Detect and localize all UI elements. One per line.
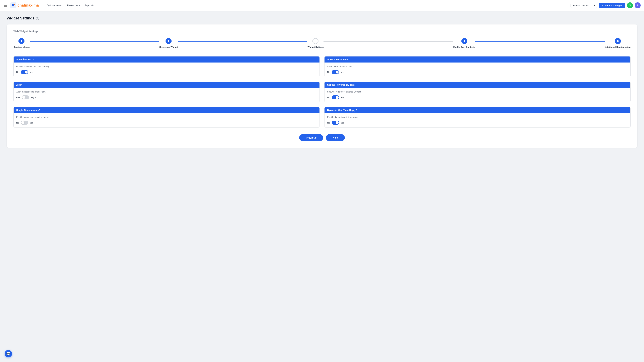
step-connector-4 [475, 41, 605, 41]
settings-grid: Speech to text? Enable speech to text fu… [14, 56, 630, 128]
chat-icon: 💬 [6, 352, 10, 356]
logo-text: chatmaxima [18, 3, 39, 7]
gear-icon: ⚙ [629, 4, 631, 7]
toggle-label-yes-powered: Yes [341, 96, 344, 99]
toggle-dynamic-wait[interactable] [332, 121, 339, 125]
widget-settings-card: Web Widget Settings Configure Logo Style… [7, 24, 637, 148]
setting-desc-single-conversation: Enable single conversation mode. [16, 116, 317, 118]
toggle-label-no-attach: No [327, 71, 330, 73]
toggle-row-powered-by: No Yes [327, 95, 628, 99]
main-content: Widget Settings ? Web Widget Settings Co… [0, 11, 644, 153]
toggle-thumb-speech [25, 70, 28, 73]
submit-changes-button[interactable]: ✓ Submit Changes [599, 3, 625, 8]
toggle-single-conversation[interactable] [21, 121, 28, 125]
toggle-allow-attachment[interactable] [332, 70, 339, 74]
setting-body-allow-attachment: Allow users to attach files. No Yes [324, 62, 630, 77]
setting-header-allow-attachment: Allow attachment? [324, 56, 630, 62]
logo-icon [10, 2, 16, 8]
card-subtitle: Web Widget Settings [14, 30, 630, 33]
actions-row: Previous Next [14, 134, 630, 141]
setting-card-allow-attachment: Allow attachment? Allow users to attach … [324, 56, 630, 77]
nav-item-resources[interactable]: Resources ▾ [65, 3, 82, 8]
toggle-label-no-powered: No [327, 96, 330, 99]
setting-card-dynamic-wait: Dynamic Wait Time Reply? Enable dynamic … [324, 107, 630, 128]
step-widget-options: Widget Options [308, 38, 324, 48]
step-additional-config: Additional Configuration [605, 38, 630, 48]
setting-body-powered-by: Show or hide the 'Powered By' text. No Y… [324, 88, 630, 102]
setting-body-speech-to-text: Enable speech to text functionality. No … [14, 62, 320, 77]
toggle-thumb-align [22, 96, 25, 99]
step-circle-configure-logo [18, 38, 24, 44]
setting-desc-align: Align messages to left or right. [16, 90, 317, 93]
nav-item-quick-access[interactable]: Quick Access ▾ [45, 3, 64, 8]
main-nav: Quick Access ▾ Resources ▾ Support ▾ [45, 3, 96, 8]
step-label-configure-logo: Configure Logo [14, 46, 30, 48]
setting-card-align: Align Align messages to left or right. L… [14, 82, 320, 102]
step-circle-widget-options [312, 38, 318, 44]
toggle-label-yes-attach: Yes [341, 71, 344, 73]
svg-rect-0 [12, 4, 14, 6]
step-connector-1 [30, 41, 160, 41]
step-configure-logo: Configure Logo [14, 38, 30, 48]
toggle-row-single-conversation: No Yes [16, 121, 317, 125]
page-title: Widget Settings [7, 16, 34, 20]
toggle-thumb-single [21, 121, 24, 124]
toggle-row-align: Left Right [16, 95, 317, 99]
check-icon: ✓ [602, 4, 604, 7]
step-label-modify-text: Modify Text Contents [453, 46, 475, 48]
setting-body-align: Align messages to left or right. Left Ri… [14, 88, 320, 102]
hamburger-menu[interactable]: ☰ [3, 3, 8, 8]
step-connector-2 [178, 41, 308, 41]
chat-widget-button[interactable]: 💬 [5, 350, 12, 357]
setting-card-powered-by: Set the Powered By Text Show or hide the… [324, 82, 630, 102]
step-circle-additional-config [615, 38, 621, 44]
toggle-label-yes-dynamic: Yes [341, 121, 344, 124]
step-style-widget: Style your Widget [159, 38, 178, 48]
setting-desc-powered-by: Show or hide the 'Powered By' text. [327, 90, 628, 93]
avatar[interactable]: R [634, 2, 641, 8]
setting-card-speech-to-text: Speech to text? Enable speech to text fu… [14, 56, 320, 77]
toggle-row-dynamic-wait: No Yes [327, 121, 628, 125]
chevron-down-icon: ▾ [594, 4, 595, 7]
step-label-style-widget: Style your Widget [159, 46, 178, 48]
page-title-row: Widget Settings ? [7, 16, 637, 20]
toggle-label-left-align: Left [16, 96, 20, 99]
toggle-powered-by[interactable] [332, 95, 339, 99]
stepper: Configure Logo Style your Widget Widget … [14, 38, 630, 48]
header-right: Techmaxima test ▾ ✓ Submit Changes ⚙ R [570, 2, 641, 8]
svg-point-3 [168, 40, 170, 42]
setting-header-dynamic-wait: Dynamic Wait Time Reply? [324, 107, 630, 113]
setting-header-speech-to-text: Speech to text? [14, 56, 320, 62]
svg-point-4 [464, 40, 465, 42]
toggle-align[interactable] [22, 95, 29, 99]
setting-body-single-conversation: Enable single conversation mode. No Yes [14, 113, 320, 127]
toggle-label-no-single: No [16, 121, 19, 124]
toggle-thumb-attach [336, 70, 338, 73]
svg-point-1 [14, 4, 15, 5]
toggle-thumb-powered [336, 96, 338, 99]
toggle-speech-to-text[interactable] [21, 70, 28, 74]
toggle-row-speech-to-text: No Yes [16, 70, 317, 74]
help-icon[interactable]: ? [36, 16, 39, 20]
svg-point-2 [21, 40, 22, 42]
toggle-label-right-align: Right [31, 96, 36, 99]
chevron-down-icon: ▾ [94, 4, 94, 6]
workspace-selector[interactable]: Techmaxima test ▾ [570, 3, 598, 8]
toggle-thumb-dynamic [336, 121, 338, 124]
logo: chatmaxima [10, 2, 39, 8]
previous-button[interactable]: Previous [299, 134, 323, 141]
nav-item-support[interactable]: Support ▾ [82, 3, 96, 8]
setting-desc-allow-attachment: Allow users to attach files. [327, 65, 628, 68]
settings-button[interactable]: ⚙ [627, 2, 633, 8]
setting-card-single-conversation: Single Conversation? Enable single conve… [14, 107, 320, 128]
step-label-widget-options: Widget Options [308, 46, 324, 48]
step-connector-3 [324, 41, 453, 41]
toggle-label-no-dynamic: No [327, 121, 330, 124]
svg-point-5 [617, 40, 619, 42]
setting-body-dynamic-wait: Enable dynamic wait time reply. No Yes [324, 113, 630, 127]
next-button[interactable]: Next [326, 134, 345, 141]
chevron-down-icon: ▾ [62, 4, 62, 6]
step-modify-text: Modify Text Contents [453, 38, 475, 48]
step-circle-style-widget [166, 38, 172, 44]
setting-desc-dynamic-wait: Enable dynamic wait time reply. [327, 116, 628, 118]
